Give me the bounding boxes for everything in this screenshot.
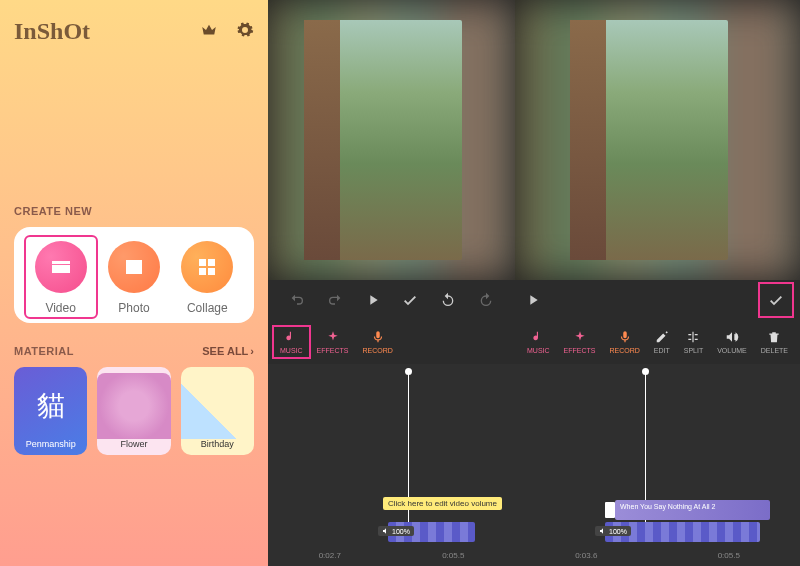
time-ruler: 0:02.7 0:05.5 [268, 551, 515, 560]
volume-tool[interactable]: VOLUME [717, 330, 747, 354]
material-flower[interactable]: Flower [97, 367, 170, 455]
editor-area: MUSIC EFFECTS RECORD Click here to edit … [268, 0, 800, 566]
material-penmanship[interactable]: 貓 Penmanship [14, 367, 87, 455]
create-collage-button[interactable]: Collage [172, 241, 242, 315]
glyph-icon: 貓 [14, 373, 87, 439]
undo-icon[interactable] [289, 292, 305, 308]
edit-tool[interactable]: EDIT [654, 330, 670, 354]
music-tool[interactable]: MUSIC [280, 330, 303, 354]
material-label: Birthday [201, 439, 234, 449]
delete-tool[interactable]: DELETE [761, 330, 788, 354]
editor-panel-right: MUSIC EFFECTS RECORD EDIT SPLIT VOLUME [515, 0, 800, 566]
collage-icon [181, 241, 233, 293]
create-collage-label: Collage [187, 301, 228, 315]
create-new-title: CREATE NEW [14, 205, 254, 217]
music-tool[interactable]: MUSIC [527, 330, 550, 354]
photo-icon [108, 241, 160, 293]
create-video-button[interactable]: Video [26, 241, 96, 315]
edit-volume-hint[interactable]: Click here to edit video volume [383, 497, 502, 510]
create-photo-label: Photo [118, 301, 149, 315]
gear-icon[interactable] [236, 21, 254, 43]
effects-tool[interactable]: EFFECTS [317, 330, 349, 354]
time-ruler: 0:03.6 0:05.5 [515, 551, 800, 560]
playback-controls [268, 280, 515, 320]
create-video-label: Video [45, 301, 75, 315]
see-all-button[interactable]: SEE ALL › [202, 345, 254, 357]
material-label: Flower [120, 439, 147, 449]
timeline[interactable]: Click here to edit video volume 100% 0:0… [268, 364, 515, 566]
video-preview[interactable] [268, 0, 515, 280]
material-title: MATERIAL [14, 345, 74, 357]
effects-tool[interactable]: EFFECTS [564, 330, 596, 354]
flower-icon [97, 373, 170, 439]
editor-panel-left: MUSIC EFFECTS RECORD Click here to edit … [268, 0, 515, 566]
crown-icon[interactable] [200, 21, 218, 43]
undo-step-icon[interactable] [440, 292, 456, 308]
audio-track[interactable]: When You Say Nothing At All 2 [615, 500, 770, 520]
redo-icon[interactable] [327, 292, 343, 308]
timeline[interactable]: When You Say Nothing At All 2 100% 0:03.… [515, 364, 800, 566]
redo-step-icon[interactable] [478, 292, 494, 308]
confirm-button[interactable] [762, 286, 790, 314]
playback-controls [515, 280, 800, 320]
play-icon[interactable] [525, 292, 541, 308]
audio-clip-handle[interactable] [605, 502, 615, 518]
check-icon[interactable] [402, 292, 418, 308]
volume-badge: 100% [378, 526, 414, 536]
material-birthday[interactable]: Birthday [181, 367, 254, 455]
sidebar: InShOt CREATE NEW Video Photo [0, 0, 268, 566]
volume-badge: 100% [595, 526, 631, 536]
video-preview[interactable] [515, 0, 800, 280]
chevron-right-icon: › [250, 345, 254, 357]
tools-row: MUSIC EFFECTS RECORD EDIT SPLIT VOLUME [515, 320, 800, 364]
record-tool[interactable]: RECORD [362, 330, 392, 354]
record-tool[interactable]: RECORD [609, 330, 639, 354]
tools-row: MUSIC EFFECTS RECORD [268, 320, 515, 364]
create-photo-button[interactable]: Photo [99, 241, 169, 315]
material-label: Penmanship [26, 439, 76, 449]
create-new-card: Video Photo Collage [14, 227, 254, 323]
split-tool[interactable]: SPLIT [684, 330, 703, 354]
gift-icon [181, 373, 254, 439]
app-logo: InShOt [14, 18, 90, 45]
play-icon[interactable] [365, 292, 381, 308]
playhead[interactable] [408, 372, 409, 542]
clapperboard-icon [35, 241, 87, 293]
